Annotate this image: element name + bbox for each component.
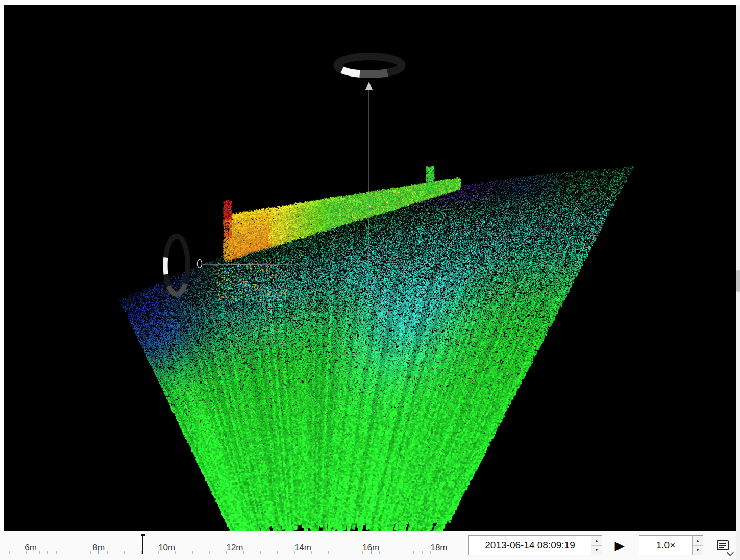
timeline-ruler[interactable]: 6m 8m 10m 12m 14m 16m 18m: [5, 531, 460, 560]
tick-label: 16m: [362, 543, 379, 553]
tick-label: 10m: [158, 543, 175, 553]
axis-handle-icon[interactable]: [198, 260, 202, 268]
speed-spinner-up-icon[interactable]: ▲: [693, 536, 703, 545]
playback-speed-field: ▲ ▼: [639, 535, 703, 555]
playback-toolbar: 6m 8m 10m 12m 14m 16m 18m ▲ ▼ ▶ ▲ ▼: [0, 531, 736, 560]
timeline-cursor[interactable]: [142, 534, 143, 554]
play-button[interactable]: ▶: [609, 535, 630, 555]
datetime-spinner-up-icon[interactable]: ▲: [591, 536, 602, 545]
pointcloud-viewport[interactable]: [4, 5, 736, 531]
rotate-ring-left[interactable]: [165, 236, 188, 294]
datetime-spinner-down-icon[interactable]: ▼: [591, 545, 602, 555]
datetime-spinner: ▲ ▼: [591, 536, 602, 555]
vertical-scrollbar[interactable]: [736, 5, 740, 560]
chevron-down-icon[interactable]: [727, 550, 734, 557]
tick-label: 14m: [294, 543, 311, 553]
tick-label: 12m: [226, 543, 243, 553]
datetime-field: ▲ ▼: [468, 535, 602, 555]
datetime-input[interactable]: [469, 536, 591, 555]
speed-input[interactable]: [639, 536, 692, 555]
tick-label: 8m: [92, 543, 105, 553]
app-window: 6m 8m 10m 12m 14m 16m 18m ▲ ▼ ▶ ▲ ▼: [0, 0, 740, 560]
timeline-baseline: [5, 554, 460, 554]
translate-arrow-up-icon[interactable]: [365, 82, 373, 90]
scrollbar-thumb[interactable]: [736, 270, 740, 292]
axis-horizontal-line[interactable]: [203, 264, 369, 265]
list-panel-icon: [717, 540, 729, 550]
tick-label: 18m: [430, 543, 447, 553]
speed-spinner: ▲ ▼: [692, 536, 703, 555]
rotate-ring-top[interactable]: [337, 57, 402, 74]
manipulation-gizmo: [4, 5, 736, 531]
speed-spinner-down-icon[interactable]: ▼: [693, 545, 703, 555]
play-icon: ▶: [614, 539, 624, 552]
tick-label: 6m: [24, 543, 37, 553]
